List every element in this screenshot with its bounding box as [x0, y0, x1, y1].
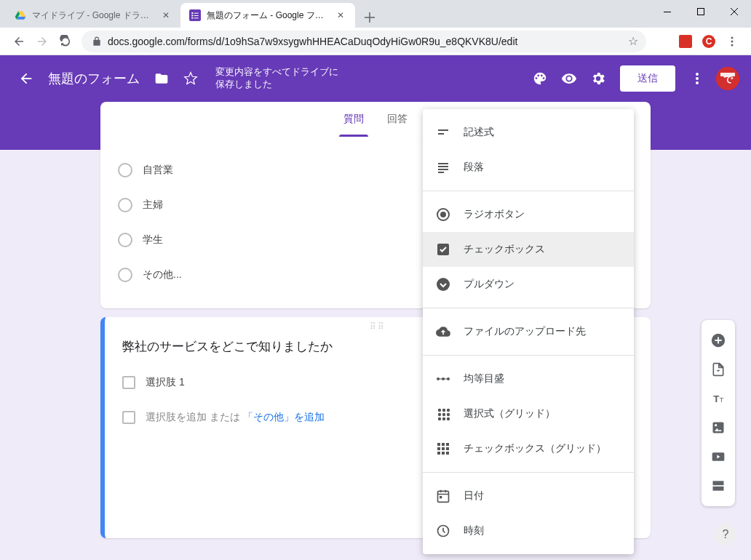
- svg-rect-1: [698, 9, 704, 15]
- move-to-folder-button[interactable]: [147, 64, 176, 93]
- svg-point-43: [442, 409, 445, 412]
- short-text-icon: [434, 124, 452, 141]
- scale-icon: [434, 370, 452, 388]
- menu-item-checkbox[interactable]: チェックボックス: [423, 232, 634, 267]
- svg-point-31: [715, 424, 717, 426]
- more-button[interactable]: [683, 64, 712, 93]
- close-tab-icon[interactable]: ✕: [335, 9, 346, 21]
- svg-text:T: T: [720, 396, 724, 404]
- address-bar: docs.google.com/forms/d/1o9hSa7w9xsygwhH…: [0, 28, 751, 55]
- add-section-button[interactable]: [702, 471, 735, 500]
- paragraph-icon: [434, 159, 452, 176]
- side-toolbar: TT: [702, 320, 735, 506]
- tab-title: 無題のフォーム - Google フォーム: [207, 9, 332, 22]
- checkbox-icon: [122, 411, 135, 424]
- svg-rect-4: [194, 13, 199, 14]
- radio-icon: [434, 206, 452, 223]
- svg-rect-51: [437, 443, 440, 446]
- send-button[interactable]: 送信: [620, 65, 675, 92]
- save-status: 変更内容をすべてドライブに保存しました: [215, 66, 338, 92]
- time-icon: [434, 522, 452, 540]
- svg-rect-53: [446, 443, 449, 446]
- checkbox-icon: [434, 241, 452, 258]
- menu-item-paragraph[interactable]: 段落: [423, 150, 634, 185]
- svg-point-42: [438, 409, 441, 412]
- svg-point-44: [447, 409, 450, 412]
- drag-handle-icon[interactable]: ⠿⠿: [370, 321, 386, 332]
- menu-item-date[interactable]: 日付: [423, 479, 634, 513]
- svg-rect-58: [442, 452, 445, 455]
- svg-point-20: [696, 77, 699, 80]
- radio-icon: [118, 233, 132, 247]
- forward-button[interactable]: [31, 30, 54, 53]
- add-title-button[interactable]: TT: [702, 384, 735, 413]
- preview-button[interactable]: [555, 64, 584, 93]
- tab-title: マイドライブ - Google ドライブ: [32, 9, 157, 22]
- svg-rect-59: [446, 452, 449, 455]
- back-to-docs-button[interactable]: [12, 64, 41, 93]
- svg-rect-61: [440, 496, 442, 498]
- close-tab-icon[interactable]: ✕: [160, 9, 172, 21]
- grid-check-icon: [434, 440, 452, 457]
- svg-rect-57: [437, 452, 440, 455]
- star-bookmark-icon[interactable]: ☆: [623, 31, 643, 52]
- browser-tab-forms[interactable]: 無題のフォーム - Google フォーム ✕: [180, 3, 355, 28]
- radio-icon: [118, 198, 132, 212]
- svg-point-19: [696, 73, 699, 76]
- drive-favicon-icon: [15, 9, 26, 21]
- svg-point-13: [731, 40, 734, 42]
- svg-rect-55: [442, 447, 445, 450]
- svg-point-45: [438, 413, 441, 416]
- svg-rect-60: [438, 491, 449, 502]
- menu-item-time[interactable]: 時刻: [423, 513, 634, 548]
- star-button[interactable]: [176, 64, 205, 93]
- minimize-button[interactable]: [651, 0, 684, 23]
- checkbox-icon: [122, 376, 135, 389]
- browser-menu-button[interactable]: [720, 30, 744, 53]
- date-icon: [434, 487, 452, 505]
- menu-item-mc-grid[interactable]: 選択式（グリッド）: [423, 396, 634, 431]
- menu-item-short-answer[interactable]: 記述式: [423, 115, 634, 150]
- tab-responses[interactable]: 回答: [376, 102, 419, 137]
- menu-item-dropdown[interactable]: プルダウン: [423, 267, 634, 302]
- grid-radio-icon: [434, 405, 452, 423]
- menu-item-cb-grid[interactable]: チェックボックス（グリッド）: [423, 431, 634, 466]
- svg-rect-30: [713, 423, 724, 433]
- extension-icon[interactable]: [675, 31, 696, 52]
- theme-button[interactable]: [525, 64, 555, 93]
- add-question-button[interactable]: [702, 326, 735, 355]
- menu-item-radio[interactable]: ラジオボタン: [423, 197, 634, 232]
- svg-point-49: [442, 417, 445, 420]
- svg-point-18: [543, 77, 545, 79]
- import-questions-button[interactable]: [702, 355, 735, 384]
- browser-tab-drive[interactable]: マイドライブ - Google ドライブ ✕: [6, 3, 180, 28]
- forms-header: 無題のフォーム 変更内容をすべてドライブに保存しました 送信 で: [0, 55, 751, 102]
- menu-item-file-upload[interactable]: ファイルのアップロード先: [423, 314, 634, 349]
- svg-rect-9: [679, 35, 692, 48]
- add-other-link[interactable]: 「その他」を追加: [243, 411, 325, 423]
- tab-questions[interactable]: 質問: [332, 102, 376, 137]
- help-button[interactable]: ?: [715, 524, 736, 545]
- menu-separator: [423, 472, 634, 473]
- forms-favicon-icon: [189, 9, 201, 21]
- upload-icon: [434, 323, 452, 340]
- account-avatar[interactable]: で: [716, 67, 739, 90]
- back-button[interactable]: [7, 30, 31, 53]
- svg-text:T: T: [713, 393, 719, 404]
- maximize-button[interactable]: [684, 0, 718, 23]
- extension-c-icon[interactable]: C: [699, 31, 719, 52]
- new-tab-button[interactable]: [359, 7, 380, 28]
- question-type-menu: 記述式 段落 ラジオボタン チェックボックス プルダウン ファイルのアップロード…: [423, 109, 634, 554]
- add-image-button[interactable]: [702, 413, 735, 442]
- svg-rect-3: [191, 12, 193, 14]
- close-window-button[interactable]: [718, 0, 751, 23]
- svg-rect-24: [720, 73, 735, 76]
- url-input[interactable]: docs.google.com/forms/d/1o9hSa7w9xsygwhH…: [82, 31, 646, 52]
- menu-item-linear-scale[interactable]: 均等目盛: [423, 361, 634, 396]
- add-video-button[interactable]: [702, 442, 735, 471]
- radio-icon: [118, 268, 132, 282]
- svg-rect-52: [442, 443, 445, 446]
- reload-button[interactable]: [54, 30, 77, 53]
- form-title[interactable]: 無題のフォーム: [48, 70, 140, 87]
- settings-button[interactable]: [584, 64, 613, 93]
